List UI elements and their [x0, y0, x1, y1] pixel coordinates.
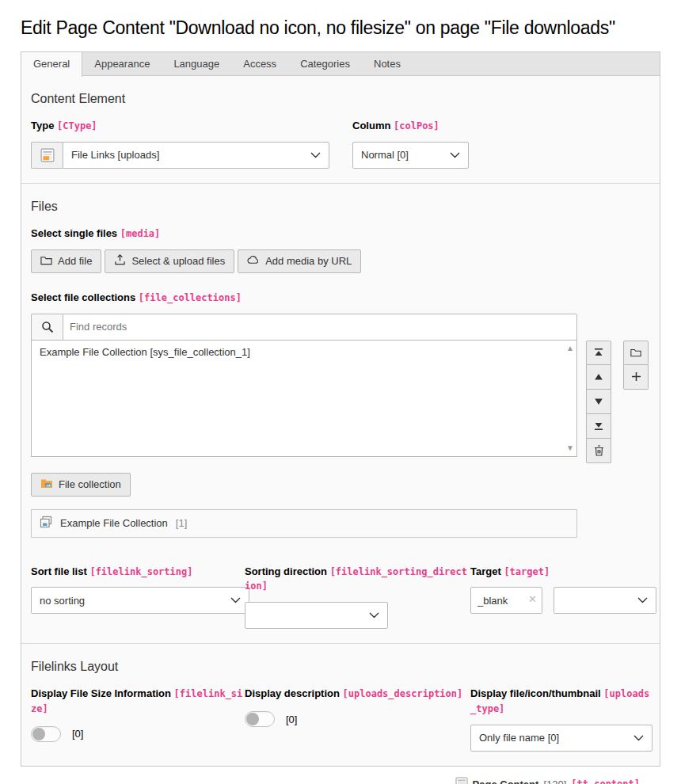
- move-down-button[interactable]: [586, 390, 611, 414]
- new-file-collection-button[interactable]: File collection: [31, 473, 131, 497]
- colpos-select[interactable]: Normal [0]: [352, 142, 469, 169]
- folder-icon: [40, 255, 52, 268]
- field-filelink-size: Display File Size Information [filelink_…: [31, 687, 245, 752]
- file-size-toggle[interactable]: [31, 726, 61, 742]
- field-colpos: Column [colPos] Normal [0]: [352, 119, 650, 169]
- ctype-select[interactable]: File Links [uploads]: [63, 142, 329, 169]
- collection-count: [1]: [176, 517, 187, 529]
- search-icon: [31, 314, 63, 341]
- move-up-button[interactable]: [586, 365, 611, 390]
- clear-icon[interactable]: ✕: [528, 594, 537, 604]
- record-uid: [120]: [543, 778, 566, 784]
- file-collections-label: Select file collections: [31, 291, 135, 303]
- ctype-label: Type: [31, 120, 54, 131]
- field-sorting-direction: Sorting direction [filelink_sorting_dire…: [245, 565, 470, 630]
- sorting-direction-select[interactable]: [245, 602, 388, 629]
- move-to-bottom-button[interactable]: [586, 414, 611, 439]
- delete-icon[interactable]: [586, 439, 611, 463]
- form-tabbar: General Appearance Language Access Categ…: [21, 52, 660, 76]
- sorting-code: [filelink_sorting]: [89, 566, 192, 577]
- display-type-label: Display file/icon/thumbnail: [470, 687, 601, 699]
- tab-notes[interactable]: Notes: [362, 52, 413, 75]
- media-label: Select single files: [31, 227, 117, 239]
- field-filelink-sorting: Sort file list [filelink_sorting] no sor…: [31, 565, 245, 630]
- listbox-option[interactable]: Example File Collection [sys_file_collec…: [32, 341, 576, 360]
- chevron-down-icon: [230, 597, 241, 603]
- chevron-down-icon: [369, 612, 379, 618]
- ctype-code: [CType]: [57, 120, 97, 131]
- chevron-down-icon: [637, 597, 648, 603]
- tab-access[interactable]: Access: [231, 52, 288, 75]
- field-uploads-description: Display description [uploads_description…: [245, 687, 470, 752]
- colpos-label: Column: [352, 120, 390, 131]
- direction-label: Sorting direction: [245, 565, 327, 577]
- section-content-element: Content Element Type [CType] File Links …: [21, 76, 660, 183]
- file-collections-listbox[interactable]: Example File Collection [sys_file_collec…: [31, 340, 577, 457]
- media-code: [media]: [120, 228, 161, 239]
- record-footer: Page Content [120] [tt_content]: [21, 777, 640, 784]
- add-file-button[interactable]: Add file: [31, 249, 101, 273]
- target-label: Target: [470, 565, 501, 577]
- find-records-input[interactable]: [63, 314, 577, 341]
- chevron-down-icon: [310, 152, 321, 158]
- description-code: [uploads_description]: [343, 688, 463, 699]
- file-size-label: Display File Size Information: [31, 687, 171, 699]
- description-label: Display description: [245, 687, 340, 699]
- field-target: Target [target] ✕: [470, 565, 656, 630]
- record-table-code: [tt_content]: [571, 778, 640, 784]
- cloud-icon: [247, 255, 260, 267]
- tab-language[interactable]: Language: [162, 52, 231, 75]
- scroll-up-icon[interactable]: ▲: [566, 344, 574, 352]
- select-upload-files-button[interactable]: Select & upload files: [105, 249, 234, 273]
- file-collection-icon: [40, 478, 53, 491]
- tab-categories[interactable]: Categories: [288, 52, 362, 75]
- description-state: [0]: [286, 714, 297, 725]
- target-select[interactable]: [554, 587, 656, 614]
- section-files: Files Select single files [media] Add fi…: [21, 183, 660, 643]
- edit-form-panel: General Appearance Language Access Categ…: [21, 51, 660, 767]
- section-filelinks-layout: Filelinks Layout Display File Size Infor…: [21, 643, 660, 766]
- section-heading: Content Element: [31, 92, 650, 106]
- add-media-by-url-button[interactable]: Add media by URL: [238, 249, 361, 273]
- description-toggle[interactable]: [245, 711, 275, 727]
- browse-folder-button[interactable]: [623, 341, 649, 365]
- page-title: Edit Page Content "Download no icon, no …: [21, 17, 660, 39]
- chevron-down-icon: [633, 735, 644, 741]
- file-collection-reference-item[interactable]: Example File Collection [1]: [31, 509, 577, 538]
- chevron-down-icon: [450, 152, 460, 158]
- upload-icon: [114, 254, 126, 268]
- tab-general[interactable]: General: [21, 52, 82, 77]
- collection-stack-icon: [40, 516, 52, 531]
- field-ctype: Type [CType] File Links [uploads]: [31, 119, 329, 169]
- add-record-button[interactable]: [623, 365, 649, 390]
- sorting-label: Sort file list: [31, 565, 87, 577]
- colpos-code: [colPos]: [394, 120, 439, 131]
- collection-title: Example File Collection: [60, 517, 168, 529]
- file-size-state: [0]: [72, 728, 83, 740]
- content-type-icon: [31, 142, 63, 169]
- tab-appearance[interactable]: Appearance: [82, 52, 162, 75]
- move-to-top-button[interactable]: [586, 341, 611, 365]
- scroll-down-icon[interactable]: ▼: [566, 444, 574, 452]
- page-content-icon: [455, 777, 468, 784]
- record-table-title: Page Content: [473, 778, 539, 784]
- filelink-sorting-select[interactable]: no sorting: [31, 587, 249, 614]
- target-code: [target]: [504, 566, 550, 577]
- section-heading: Filelinks Layout: [31, 660, 650, 674]
- file-collections-code: [file_collections]: [139, 292, 242, 303]
- section-heading: Files: [31, 200, 650, 214]
- field-uploads-type: Display file/icon/thumbnail [uploads_typ…: [470, 687, 652, 752]
- uploads-type-select[interactable]: Only file name [0]: [470, 725, 652, 752]
